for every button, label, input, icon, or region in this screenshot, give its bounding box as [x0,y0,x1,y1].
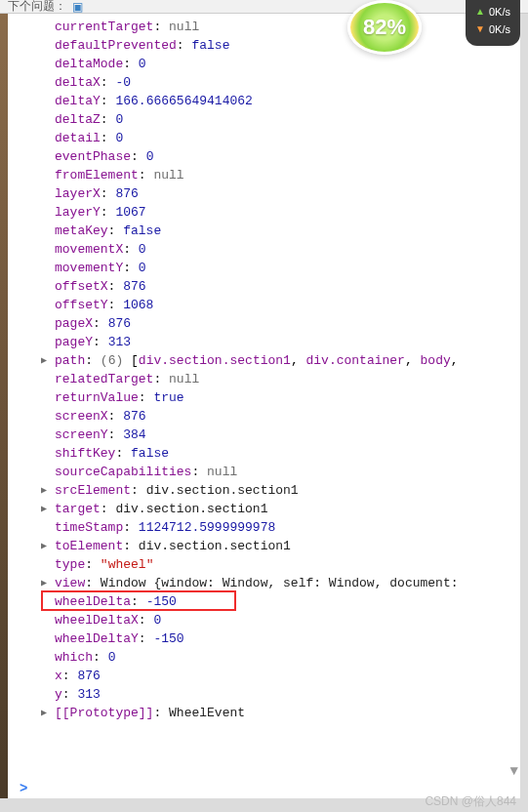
colon-separator: : [85,557,101,572]
network-speed-widget: ▲ 0K/s ▼ 0K/s [466,0,520,46]
colon-separator: : [131,594,146,609]
property-key: movementY [55,261,123,275]
property-row: pageY: 313 [55,333,520,351]
property-value: Window {window: Window, self: Window, do… [101,576,459,590]
colon-separator: : [108,427,124,442]
property-value: 0 [153,613,161,628]
property-row: layerX: 876 [55,184,520,203]
colon-separator: : [115,446,131,461]
expander-triangle-icon[interactable]: ▶ [41,351,47,370]
colon-separator: : [123,520,139,535]
property-key: type [55,557,85,572]
property-row: movementX: 0 [55,240,520,259]
property-key: wheelDelta [55,594,131,609]
property-value: 876 [115,186,138,201]
property-value: "wheel" [101,557,154,572]
property-row: returnValue: true [55,388,520,407]
console-prompt[interactable]: > [20,781,27,796]
expander-triangle-icon[interactable]: ▶ [41,500,47,518]
property-key: currentTarget [55,20,153,34]
property-row[interactable]: ▶view: Window {window: Window, self: Win… [55,574,520,592]
colon-separator: : [139,168,154,183]
colon-separator: : [139,390,154,405]
property-key: target [55,502,101,516]
colon-separator: : [101,186,116,201]
property-row[interactable]: ▶srcElement: div.section.section1 [55,481,520,500]
property-value: 384 [123,427,145,442]
property-value: 876 [77,669,100,683]
property-value: div.section.section1 [146,483,299,498]
property-row: deltaZ: 0 [55,110,520,129]
colon-separator: : [101,94,116,108]
property-key: srcElement [55,483,131,498]
window-toolbar: 下个问题： ▣ ✕ [0,0,528,14]
property-value: 1068 [123,298,153,312]
property-value: 0 [139,57,146,71]
property-value: 313 [108,335,131,349]
property-key: shiftKey [55,446,115,461]
property-key: returnValue [55,390,139,405]
colon-separator: : [101,75,116,90]
colon-separator: : [93,650,108,665]
colon-separator: : [62,669,78,683]
colon-separator: : [101,131,116,145]
colon-separator: : [123,261,139,275]
property-key: view [55,576,85,590]
colon-separator: : [123,539,139,553]
property-row: shiftKey: false [55,444,520,463]
property-row: wheelDeltaY: -150 [55,629,520,648]
property-value: 0 [146,149,154,164]
chevron-down-icon[interactable]: ▼ [510,763,518,779]
upload-speed-value: 0K/s [489,3,510,20]
property-value: false [131,446,169,461]
property-key: timeStamp [55,520,123,535]
colon-separator: : [108,409,124,424]
colon-separator: : [123,242,139,257]
download-arrow-icon: ▼ [475,20,485,38]
property-value: -150 [153,631,183,646]
property-key: wheelDeltaY [55,631,139,646]
property-value: 166.66665649414062 [115,94,252,108]
property-key: sourceCapabilities [55,465,191,479]
property-key: offsetX [55,279,108,294]
property-row: which: 0 [55,648,520,667]
expander-triangle-icon[interactable]: ▶ [41,704,47,722]
property-value: 0 [139,261,146,275]
property-row: fromElement: null [55,166,520,184]
property-row: currentTarget: null [55,18,520,36]
colon-separator: : [93,335,108,349]
property-key: x [55,669,62,683]
colon-separator: : [153,372,169,386]
expander-triangle-icon[interactable]: ▶ [41,574,47,592]
expander-triangle-icon[interactable]: ▶ [41,537,47,555]
property-row: timeStamp: 1124712.5999999978 [55,518,520,537]
property-key: metaKey [55,223,108,238]
property-key: path [55,353,85,368]
property-key: [[Prototype]] [55,706,153,720]
property-row: sourceCapabilities: null [55,463,520,481]
array-element[interactable]: div.container [306,353,405,368]
toolbar-icon: ▣ [72,0,83,14]
property-value: 1067 [115,205,145,220]
colon-separator: : [139,613,154,628]
property-row[interactable]: ▶toElement: div.section.section1 [55,537,520,555]
expander-triangle-icon[interactable]: ▶ [41,481,47,500]
property-value: -150 [146,594,177,609]
property-value: null [207,465,237,479]
property-row[interactable]: ▶[[Prototype]]: WheelEvent [55,704,520,722]
colon-separator: : [101,112,116,127]
array-element[interactable]: div.section.section1 [139,353,291,368]
array-count: (6) [101,353,131,368]
property-key: y [55,687,62,702]
colon-separator: : [131,483,146,498]
download-speed-row: ▼ 0K/s [475,20,510,38]
array-element[interactable]: body [421,353,451,368]
colon-separator: : [93,316,108,331]
property-row: movementY: 0 [55,259,520,277]
property-key: pageY [55,335,93,349]
property-row[interactable]: ▶path: (6) [div.section.section1, div.co… [55,351,520,370]
colon-separator: : [108,279,124,294]
property-value: 0 [115,131,123,145]
property-value: true [153,390,183,405]
property-row[interactable]: ▶target: div.section.section1 [55,500,520,518]
